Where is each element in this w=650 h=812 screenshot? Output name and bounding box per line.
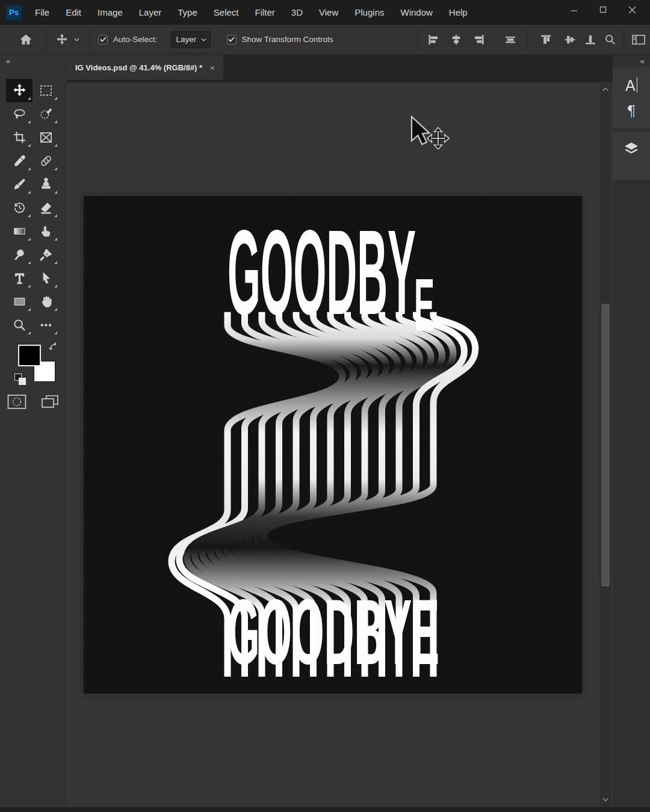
paragraph-panel-button[interactable]: ¶	[627, 103, 636, 120]
healing-brush-icon	[39, 154, 53, 168]
character-panel-icon: A	[625, 77, 636, 94]
pen-tool[interactable]	[32, 243, 59, 266]
object-selection-tool[interactable]	[32, 102, 59, 126]
ellipsis-icon	[39, 318, 53, 332]
align-right-edges-button[interactable]	[473, 34, 485, 46]
lasso-icon	[13, 107, 26, 121]
show-transform-label: Show Transform Controls	[242, 35, 333, 44]
character-panel-button[interactable]: A	[625, 77, 637, 94]
menu-file[interactable]: File	[35, 7, 49, 17]
zoom-tool[interactable]	[6, 313, 32, 337]
show-transform-checkbox[interactable]	[227, 35, 237, 45]
canvas-viewport[interactable]: GOODBY E GOODBYE	[67, 82, 613, 812]
menu-select[interactable]: Select	[214, 7, 239, 17]
move-icon	[56, 34, 68, 46]
document-canvas[interactable]: GOODBY E GOODBYE	[84, 196, 582, 694]
lasso-tool[interactable]	[6, 102, 32, 126]
move-tool[interactable]	[6, 79, 32, 102]
search-button[interactable]	[604, 33, 616, 46]
menu-layer[interactable]: Layer	[139, 7, 162, 17]
healing-brush-tool[interactable]	[32, 149, 59, 173]
maximize-button[interactable]	[589, 0, 618, 19]
crop-tool[interactable]	[6, 126, 32, 149]
layers-panel-group	[613, 132, 650, 181]
pen-icon	[39, 248, 53, 262]
menu-window[interactable]: Window	[400, 7, 432, 17]
align-middle-button[interactable]	[564, 34, 576, 46]
default-colors-icon[interactable]	[14, 374, 28, 387]
align-left-icon	[427, 34, 439, 46]
align-top-edges-button[interactable]	[540, 34, 552, 46]
home-button[interactable]	[19, 33, 32, 46]
menu-filter[interactable]: Filter	[255, 7, 275, 17]
type-icon	[13, 271, 26, 285]
eyedropper-tool[interactable]	[6, 149, 32, 173]
align-h-center-icon	[450, 34, 462, 46]
scroll-down-icon[interactable]	[602, 796, 609, 802]
eraser-icon	[39, 201, 53, 215]
align-vertical-centers-button[interactable]	[504, 34, 516, 46]
menu-help[interactable]: Help	[449, 7, 468, 17]
close-icon	[628, 6, 636, 14]
vertical-scrollbar[interactable]	[599, 84, 611, 810]
collapse-panels-icon[interactable]: «	[640, 57, 644, 66]
gradient-tool[interactable]	[6, 220, 32, 243]
grain-texture	[84, 196, 582, 694]
tab-close-icon[interactable]: ×	[209, 63, 215, 73]
smudge-tool[interactable]	[32, 220, 59, 243]
menu-bar: File Edit Image Layer Type Select Filter…	[35, 7, 484, 17]
menu-view[interactable]: View	[319, 7, 338, 17]
menu-image[interactable]: Image	[98, 7, 123, 17]
history-brush-tool[interactable]	[6, 196, 32, 220]
close-button[interactable]	[618, 0, 646, 19]
minimize-button[interactable]	[560, 0, 589, 19]
search-icon	[604, 33, 616, 46]
chevron-down-icon	[201, 38, 206, 42]
workspace-icon	[631, 34, 646, 46]
align-bottom-edges-button[interactable]	[584, 34, 596, 46]
path-selection-tool[interactable]	[32, 266, 59, 290]
clone-stamp-icon	[39, 177, 53, 191]
more-tools-button[interactable]	[32, 313, 59, 337]
type-tool[interactable]	[6, 266, 32, 290]
right-dock: « A ¶	[613, 55, 650, 812]
dodge-tool[interactable]	[6, 243, 32, 266]
move-tool-options-icon[interactable]	[56, 34, 68, 46]
frame-icon	[39, 131, 53, 144]
options-bar: Auto-Select: Layer Show Transform Contro…	[0, 25, 650, 55]
layers-panel-icon[interactable]	[622, 140, 640, 158]
hand-icon	[39, 295, 53, 309]
auto-select-target-dropdown[interactable]: Layer	[171, 31, 211, 48]
align-left-edges-button[interactable]	[427, 34, 439, 46]
menu-plugins[interactable]: Plugins	[354, 7, 384, 17]
scroll-up-icon[interactable]	[602, 87, 609, 93]
hand-tool[interactable]	[32, 290, 59, 313]
eraser-tool[interactable]	[32, 196, 59, 220]
chevron-down-icon[interactable]	[74, 38, 79, 42]
document-area: IG Videos.psd @ 41.4% (RGB/8#) * ×	[67, 55, 613, 812]
scrollbar-thumb[interactable]	[601, 304, 610, 586]
rectangular-marquee-tool[interactable]	[32, 79, 59, 102]
document-tab[interactable]: IG Videos.psd @ 41.4% (RGB/8#) * ×	[67, 55, 223, 80]
menu-edit[interactable]: Edit	[66, 7, 81, 17]
align-v-center-icon	[504, 34, 516, 46]
rectangle-tool[interactable]	[6, 290, 32, 313]
align-horizontal-centers-button[interactable]	[450, 34, 462, 46]
quick-mask-icon[interactable]	[7, 394, 26, 410]
workspace-switcher-button[interactable]	[631, 34, 646, 46]
swap-colors-icon[interactable]	[49, 342, 59, 352]
window-controls	[560, 0, 646, 19]
clone-stamp-tool[interactable]	[32, 173, 59, 196]
text-caret-icon	[637, 77, 638, 93]
auto-select-checkbox[interactable]	[98, 35, 108, 45]
foreground-color-swatch[interactable]	[18, 345, 41, 366]
menu-type[interactable]: Type	[178, 7, 197, 17]
maximize-icon	[599, 6, 607, 13]
minimize-icon	[571, 6, 578, 13]
menu-3d[interactable]: 3D	[291, 7, 303, 17]
home-icon	[19, 33, 32, 46]
screen-mode-icon[interactable]	[41, 394, 60, 410]
brush-tool[interactable]	[6, 173, 32, 196]
frame-tool[interactable]	[32, 126, 59, 149]
collapse-tools-icon[interactable]: «	[6, 57, 10, 66]
